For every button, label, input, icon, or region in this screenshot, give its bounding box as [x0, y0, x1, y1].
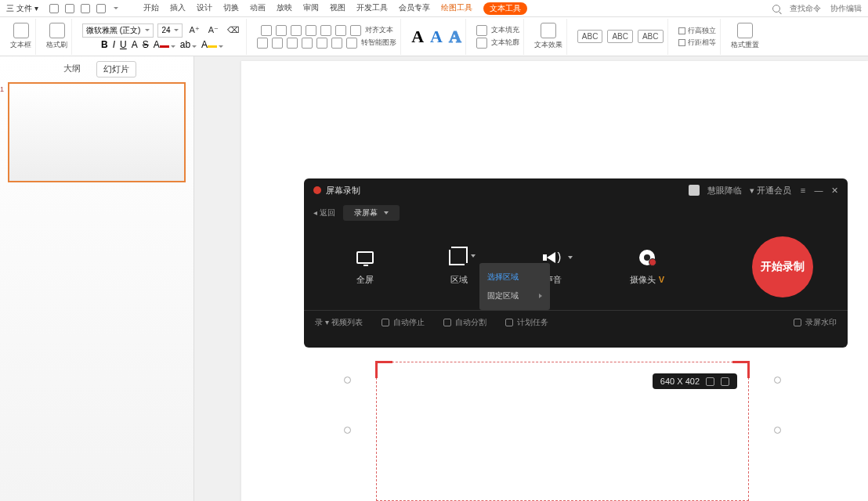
bullets-icon[interactable]	[261, 25, 272, 36]
bold-button[interactable]: B	[101, 39, 108, 50]
align-center-icon[interactable]	[272, 38, 283, 49]
align-text-icon[interactable]	[350, 25, 361, 36]
footer-watermark[interactable]: 录屏水印	[794, 317, 837, 328]
highlight-button[interactable]: ab	[180, 39, 197, 50]
italic-button[interactable]: I	[113, 39, 115, 50]
ribbon-group-format: 格式刷	[42, 19, 72, 55]
strike-button[interactable]: S	[143, 39, 149, 50]
file-menu[interactable]: 三 文件 ▾	[6, 3, 38, 14]
textbox-label: 文本框	[10, 40, 31, 50]
underline-button[interactable]: U	[120, 39, 127, 50]
crop-rotate-icon[interactable]	[706, 377, 714, 386]
tab-drawing-tools[interactable]: 绘图工具	[441, 2, 472, 15]
footer-video-list[interactable]: 录 ▾ 视频列表	[315, 317, 363, 328]
qat-redo-icon[interactable]	[81, 4, 90, 13]
font-color-button[interactable]: A	[154, 39, 175, 50]
slide-thumbnail-1[interactable]: 1	[8, 82, 186, 182]
caret-down-icon	[384, 211, 389, 214]
text-highlight-button[interactable]: A	[201, 39, 223, 50]
tab-outline[interactable]: 大纲	[57, 61, 87, 77]
row-height-check[interactable]	[678, 27, 685, 34]
crop-handle-right[interactable]	[774, 377, 781, 384]
mode-dropdown[interactable]: 录屏幕	[343, 205, 400, 221]
footer-auto-stop[interactable]: 自动停止	[382, 317, 425, 328]
wordart-style-1[interactable]: A	[411, 27, 424, 47]
fullscreen-label: 全屏	[356, 274, 374, 286]
close-icon[interactable]: ✕	[830, 186, 838, 194]
crop-aspect-icon[interactable]	[721, 377, 729, 386]
text-outline-icon[interactable]	[476, 38, 487, 49]
user-name[interactable]: 慧眼降临	[707, 185, 742, 196]
option-fullscreen[interactable]: 全屏	[318, 249, 412, 286]
crop-handle-left[interactable]	[344, 377, 351, 384]
increase-font-icon[interactable]: A⁺	[186, 24, 201, 36]
text-effect-icon[interactable]	[541, 23, 556, 38]
minimize-icon[interactable]: —	[815, 186, 823, 194]
schedule-icon	[505, 319, 513, 326]
qat-save-icon[interactable]	[49, 4, 59, 13]
abc-style-3[interactable]: ABC	[638, 30, 664, 43]
clear-format-icon[interactable]: ⌫	[225, 24, 242, 36]
smart-convert-icon[interactable]	[346, 38, 357, 49]
numbering-icon[interactable]	[276, 25, 287, 36]
user-avatar-icon[interactable]	[689, 185, 700, 196]
menu-fixed-region[interactable]: 固定区域	[479, 287, 550, 305]
columns-icon[interactable]	[331, 38, 342, 49]
text-fill-icon[interactable]	[476, 25, 487, 36]
qat-undo-icon[interactable]	[65, 4, 74, 13]
wordart-style-3[interactable]: A	[449, 27, 461, 47]
membership-link[interactable]: ▾ 开通会员	[750, 185, 791, 196]
tab-slides[interactable]: 幻灯片	[96, 61, 136, 77]
search-placeholder[interactable]: 查找命令	[790, 3, 821, 14]
menu-select-region[interactable]: 选择区域	[479, 268, 550, 287]
tab-text-tools[interactable]: 文本工具	[483, 2, 527, 15]
line-spacing-check[interactable]	[678, 39, 685, 46]
text-fill-label: 文本填充	[491, 25, 519, 35]
qat-print-icon[interactable]	[96, 4, 106, 13]
indent-dec-icon[interactable]	[291, 25, 302, 36]
tab-dev[interactable]: 开发工具	[356, 2, 388, 15]
text-direction-icon[interactable]	[335, 25, 346, 36]
start-record-button[interactable]: 开始录制	[752, 236, 813, 297]
crop-handle-left-mid[interactable]	[344, 427, 351, 434]
tab-animation[interactable]: 动画	[250, 2, 266, 15]
tab-member[interactable]: 会员专享	[399, 2, 430, 15]
font-name-select[interactable]: 微软雅黑 (正文)	[82, 23, 154, 38]
textbox-icon[interactable]	[13, 23, 29, 38]
line-spacing-icon[interactable]	[320, 25, 331, 36]
footer-auto-split[interactable]: 自动分割	[443, 317, 486, 328]
format-painter-icon[interactable]	[49, 23, 65, 38]
menu-icon[interactable]: ≡	[799, 186, 807, 194]
align-justify-icon[interactable]	[302, 38, 313, 49]
crop-selection[interactable]: 640 X 402	[376, 362, 749, 501]
indent-inc-icon[interactable]	[306, 25, 316, 36]
decrease-font-icon[interactable]: A⁻	[206, 24, 221, 36]
tab-slideshow[interactable]: 放映	[277, 2, 292, 15]
menu-right: 查找命令 协作编辑	[772, 3, 862, 14]
abc-style-2[interactable]: ABC	[607, 30, 633, 43]
tab-design[interactable]: 设计	[197, 2, 212, 15]
back-button[interactable]: ◂ 返回	[313, 207, 335, 218]
crop-handle-right-mid[interactable]	[774, 427, 781, 434]
superscript-button[interactable]: A	[132, 39, 138, 50]
recorder-titlebar[interactable]: 屏幕录制 慧眼降临 ▾ 开通会员 ≡ — ✕	[304, 178, 848, 202]
footer-schedule[interactable]: 计划任务	[505, 317, 548, 328]
search-icon[interactable]	[772, 5, 780, 13]
align-right-icon[interactable]	[287, 38, 298, 49]
reset-format-icon[interactable]	[737, 23, 753, 38]
option-camera[interactable]: 摄像头V	[600, 249, 694, 286]
qat-more-icon[interactable]	[114, 7, 118, 9]
tab-transition[interactable]: 切换	[223, 2, 239, 15]
tab-start[interactable]: 开始	[143, 2, 159, 15]
font-size-select[interactable]: 24	[157, 23, 183, 38]
coop-button[interactable]: 协作编辑	[830, 3, 862, 14]
tab-review[interactable]: 审阅	[303, 2, 319, 15]
distribute-icon[interactable]	[316, 38, 327, 49]
crop-corner-tl[interactable]	[375, 361, 392, 378]
align-left-icon[interactable]	[257, 38, 268, 49]
tab-view[interactable]: 视图	[330, 2, 345, 15]
abc-style-1[interactable]: ABC	[577, 30, 603, 43]
tab-insert[interactable]: 插入	[170, 2, 186, 15]
wordart-style-2[interactable]: A	[430, 27, 443, 47]
recorder-footer: 录 ▾ 视频列表 自动停止 自动分割 计划任务 录屏水印	[304, 310, 848, 333]
